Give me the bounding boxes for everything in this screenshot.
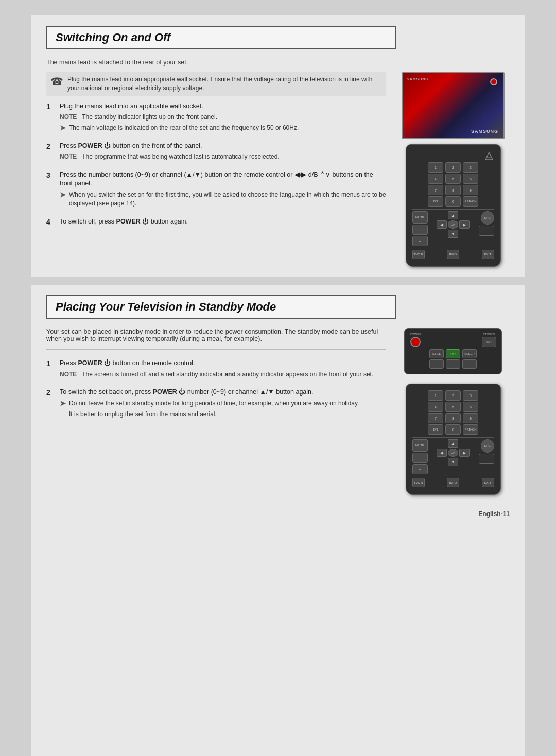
tv-image: SAMSUNG xyxy=(402,72,505,139)
standby-top-row: POWER TTX/MIX TXT xyxy=(410,333,496,347)
step-s1: 1 Press POWER ⏻ button on the remote con… xyxy=(46,359,386,381)
step-1-note-label: NOTE xyxy=(60,113,77,121)
section1-intro: The mains lead is attached to the rear o… xyxy=(46,59,510,66)
step-s2-arrow2: It is better to unplug the set from the … xyxy=(69,410,386,419)
rc2-left-btn: ◀ xyxy=(437,449,447,457)
rc-down-btn: ▼ xyxy=(448,230,458,238)
rc-divider-2 xyxy=(412,248,494,248)
rc-left-btn: ◀ xyxy=(437,220,447,229)
rc2-exit-btn: EXIT xyxy=(482,478,494,487)
rc-signal-area xyxy=(412,151,494,161)
rc2-row-dn-0: DN 0 PRE-CH xyxy=(412,424,494,435)
rc-top xyxy=(412,151,494,161)
section1-text: ☎ Plug the mains lead into an appropriat… xyxy=(46,72,386,267)
section-standby: Placing Your Television in Standby Mode … xyxy=(31,285,525,505)
rc2-btn-1: 1 xyxy=(428,390,443,401)
step-s2-number: 2 xyxy=(46,388,55,397)
section2-title: Placing Your Television in Standby Mode xyxy=(56,300,387,314)
rc-bottom-row: TVC R INFO EXIT xyxy=(412,250,494,259)
step-s1-note-label: NOTE xyxy=(60,371,77,378)
rc-row-bot-3: 7 8 9 xyxy=(412,185,494,195)
rc-ok-btn: OK xyxy=(448,220,458,229)
rc-left-controls: MUTE + − xyxy=(412,211,428,246)
step-3-content: Press the number buttons (0~9) or channe… xyxy=(60,170,386,210)
step-s2-arrow-text1: Do not leave the set in standby mode for… xyxy=(69,399,359,408)
step-1: 1 Plug the mains lead into an applicable… xyxy=(46,102,386,134)
step-2-number: 2 xyxy=(46,142,55,150)
rc-btn-9: 9 xyxy=(463,185,478,195)
remote-standby-top: POWER TTX/MIX TXT STILL PIP SLEEP xyxy=(404,328,502,374)
step-s2-arrow-text2: It is better to unplug the set from the … xyxy=(69,410,217,419)
section1-title-box: Switching On and Off xyxy=(46,26,396,49)
section1-images: SAMSUNG xyxy=(396,72,510,267)
step-s1-number: 1 xyxy=(46,359,55,368)
rc2-up-btn: ▲ xyxy=(448,439,458,448)
rc-divider-1 xyxy=(412,209,494,210)
rc2-btn-8: 8 xyxy=(445,413,461,423)
step-s1-content: Press POWER ⏻ button on the remote contr… xyxy=(60,359,386,381)
rc-arrows-col: ▲ ◀ OK ▶ ▼ xyxy=(437,211,470,238)
rc-lr-row: ◀ OK ▶ xyxy=(437,220,470,229)
rc2-btn-6: 6 xyxy=(463,402,478,412)
standby-ttx-group: TTX/MIX TXT xyxy=(482,333,496,347)
standby-btn-a xyxy=(429,359,444,369)
rc-right-btn: ▶ xyxy=(459,220,470,229)
page: Switching On and Off The mains lead is a… xyxy=(0,0,556,756)
warning-icon: ☎ xyxy=(50,75,63,88)
standby-still-btn: STILL xyxy=(429,349,444,358)
step-1-note: NOTE The standby indicator lights up on … xyxy=(60,113,386,122)
rc-btn-8: 8 xyxy=(445,185,461,195)
footer-text: English-11 xyxy=(478,510,510,518)
rc-row-mid-3: 4 5 6 xyxy=(412,174,494,184)
ttx-label: TTX/MIX xyxy=(483,333,495,336)
rc-btn-dn: DN xyxy=(428,196,443,207)
rc2-info-btn: INFO xyxy=(447,478,459,487)
rc-nav-section: 1 2 3 4 5 6 7 8 xyxy=(412,162,494,207)
step-s2-main: To switch the set back on, press POWER ⏻… xyxy=(60,388,386,397)
rc2-row-top-3: 1 2 3 xyxy=(412,390,494,401)
step-s2-arrow1: ➤ Do not leave the set in standby mode f… xyxy=(60,399,386,408)
standby-power-btn xyxy=(410,337,421,347)
rc2-divider-2 xyxy=(412,476,494,476)
warning-block: ☎ Plug the mains lead into an appropriat… xyxy=(46,72,386,96)
rc2-btn-3: 3 xyxy=(463,390,478,401)
step-2-content: Press POWER ⏻ button on the front of the… xyxy=(60,142,386,163)
step-1-number: 1 xyxy=(46,102,55,111)
section2-title-box: Placing Your Television in Standby Mode xyxy=(46,295,396,319)
rc-extra-btn xyxy=(479,226,494,236)
tv-power-indicator xyxy=(490,78,497,85)
rc2-ok-btn: OK xyxy=(448,449,458,457)
step-4-main: To switch off, press POWER ⏻ button agai… xyxy=(60,217,386,227)
rc2-right-btn: ▶ xyxy=(459,449,470,457)
rc2-lr-row: ◀ OK ▶ xyxy=(437,449,470,457)
rc2-tvcr-btn: TVC R xyxy=(412,478,425,487)
rc2-extra-btn xyxy=(479,454,494,464)
rc2-minus-btn: − xyxy=(412,464,428,474)
rc2-row-bot-3: 7 8 9 xyxy=(412,413,494,423)
rc-btn-7: 7 xyxy=(428,185,443,195)
rc2-btn-7: 7 xyxy=(428,413,443,423)
rc2-right-controls: SRC xyxy=(479,439,494,464)
content-area: Switching On and Off The mains lead is a… xyxy=(31,15,525,756)
standby-btn-b xyxy=(446,359,460,369)
standby-ttx-btn: TXT xyxy=(482,337,496,347)
section2-content: Your set can be placed in standby mode i… xyxy=(46,328,510,495)
rc-exit-btn: EXIT xyxy=(482,250,494,259)
rc2-source-btn: SRC xyxy=(481,439,494,453)
rc2-btn-2: 2 xyxy=(445,390,461,401)
rc-plus-btn: + xyxy=(412,225,428,235)
rc-up-btn: ▲ xyxy=(448,211,458,219)
step-2-main: Press POWER ⏻ button on the front of the… xyxy=(60,142,386,151)
step-3: 3 Press the number buttons (0~9) or chan… xyxy=(46,170,386,210)
rc-tvcr-btn: TVC R xyxy=(412,250,425,259)
rc-row-top-3: 1 2 3 xyxy=(412,162,494,173)
rc2-left-controls: MUTE + − xyxy=(412,439,428,474)
section2-images: POWER TTX/MIX TXT STILL PIP SLEEP xyxy=(396,328,510,495)
rc2-btn-0: 0 xyxy=(445,424,461,435)
rc2-btn-dn: DN xyxy=(428,424,443,435)
standby-row-1: STILL PIP SLEEP xyxy=(410,349,496,358)
step-1-arrow-text: The main voltage is indicated on the rea… xyxy=(69,124,299,132)
rc-mute-btn: MUTE xyxy=(412,211,428,224)
warning-text: Plug the mains lead into an appropriate … xyxy=(67,75,382,93)
step-1-main: Plug the mains lead into an applicable w… xyxy=(60,102,386,111)
